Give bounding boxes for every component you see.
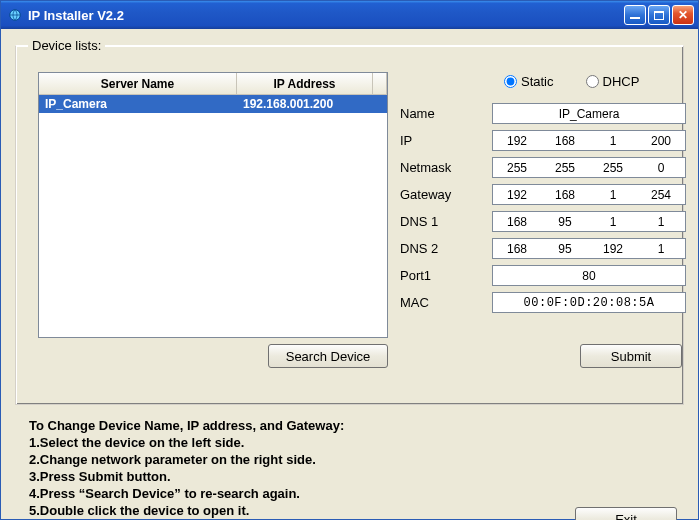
table-row <box>39 167 387 185</box>
dns1-octet-input[interactable] <box>541 212 589 231</box>
list-body: IP_Camera192.168.001.200 <box>39 95 387 337</box>
table-row <box>39 131 387 149</box>
dns1-field[interactable] <box>492 211 686 232</box>
gateway-octet-input[interactable] <box>541 185 589 204</box>
col-server-name[interactable]: Server Name <box>39 73 237 94</box>
name-field[interactable] <box>492 103 686 124</box>
gateway-octet-input[interactable] <box>637 185 685 204</box>
gateway-label: Gateway <box>400 187 492 202</box>
device-lists-group: Device lists: Server Name IP Address IP_… <box>15 45 684 405</box>
app-window: IP Installer V2.2 ✕ Device lists: Server… <box>0 0 699 520</box>
name-label: Name <box>400 106 492 121</box>
list-header: Server Name IP Address <box>39 73 387 95</box>
dns2-octet-input[interactable] <box>637 239 685 258</box>
dns1-octet-input[interactable] <box>493 212 541 231</box>
dhcp-radio[interactable] <box>586 75 599 88</box>
dns2-label: DNS 2 <box>400 241 492 256</box>
instruction-line: 2.Change network parameter on the right … <box>29 451 344 468</box>
dns1-octet-input[interactable] <box>589 212 637 231</box>
table-row <box>39 257 387 275</box>
table-row <box>39 185 387 203</box>
titlebar: IP Installer V2.2 ✕ <box>1 1 698 29</box>
ip-label: IP <box>400 133 492 148</box>
exit-button[interactable]: Exit <box>575 507 677 520</box>
instruction-line: To Change Device Name, IP address, and G… <box>29 417 344 434</box>
network-form: Name IP Netmask Gateway <box>400 100 686 316</box>
app-icon <box>7 7 23 23</box>
gateway-field[interactable] <box>492 184 686 205</box>
ip-mode-radios: Static DHCP <box>504 74 639 89</box>
dns2-octet-input[interactable] <box>589 239 637 258</box>
netmask-octet-input[interactable] <box>493 158 541 177</box>
port-input[interactable] <box>493 268 685 284</box>
table-row <box>39 113 387 131</box>
dns1-octet-input[interactable] <box>637 212 685 231</box>
instruction-line: 1.Select the device on the left side. <box>29 434 344 451</box>
ip-octet-input[interactable] <box>493 131 541 150</box>
netmask-octet-input[interactable] <box>637 158 685 177</box>
table-row <box>39 311 387 329</box>
ip-octet-input[interactable] <box>541 131 589 150</box>
table-row <box>39 203 387 221</box>
gateway-octet-input[interactable] <box>493 185 541 204</box>
table-row <box>39 221 387 239</box>
col-ip-address[interactable]: IP Address <box>237 73 373 94</box>
ip-octet-input[interactable] <box>589 131 637 150</box>
maximize-button[interactable] <box>648 5 670 25</box>
table-row <box>39 293 387 311</box>
col-padding <box>373 73 387 94</box>
port-label: Port1 <box>400 268 492 283</box>
netmask-field[interactable] <box>492 157 686 178</box>
dhcp-radio-label[interactable]: DHCP <box>586 74 640 89</box>
instruction-line: 3.Press Submit button. <box>29 468 344 485</box>
dns1-label: DNS 1 <box>400 214 492 229</box>
netmask-octet-input[interactable] <box>541 158 589 177</box>
mac-field: 00:0F:0D:20:08:5A <box>492 292 686 313</box>
static-radio-label[interactable]: Static <box>504 74 554 89</box>
table-row <box>39 149 387 167</box>
netmask-octet-input[interactable] <box>589 158 637 177</box>
port-field[interactable] <box>492 265 686 286</box>
search-device-button[interactable]: Search Device <box>268 344 388 368</box>
instruction-line: 4.Press “Search Device” to re-search aga… <box>29 485 344 502</box>
group-label: Device lists: <box>28 38 105 53</box>
dns2-octet-input[interactable] <box>541 239 589 258</box>
table-row <box>39 239 387 257</box>
static-radio[interactable] <box>504 75 517 88</box>
device-list[interactable]: Server Name IP Address IP_Camera192.168.… <box>38 72 388 338</box>
static-radio-text: Static <box>521 74 554 89</box>
table-row <box>39 275 387 293</box>
client-area: Device lists: Server Name IP Address IP_… <box>1 29 698 519</box>
netmask-label: Netmask <box>400 160 492 175</box>
mac-label: MAC <box>400 295 492 310</box>
dns2-octet-input[interactable] <box>493 239 541 258</box>
instruction-line: 5.Double click the device to open it. <box>29 502 344 519</box>
dhcp-radio-text: DHCP <box>603 74 640 89</box>
ip-octet-input[interactable] <box>637 131 685 150</box>
minimize-button[interactable] <box>624 5 646 25</box>
submit-button[interactable]: Submit <box>580 344 682 368</box>
window-title: IP Installer V2.2 <box>28 8 624 23</box>
dns2-field[interactable] <box>492 238 686 259</box>
name-input[interactable] <box>493 106 685 122</box>
table-row[interactable]: IP_Camera192.168.001.200 <box>39 95 387 113</box>
close-button[interactable]: ✕ <box>672 5 694 25</box>
ip-field[interactable] <box>492 130 686 151</box>
gateway-octet-input[interactable] <box>589 185 637 204</box>
instructions-text: To Change Device Name, IP address, and G… <box>29 417 344 519</box>
